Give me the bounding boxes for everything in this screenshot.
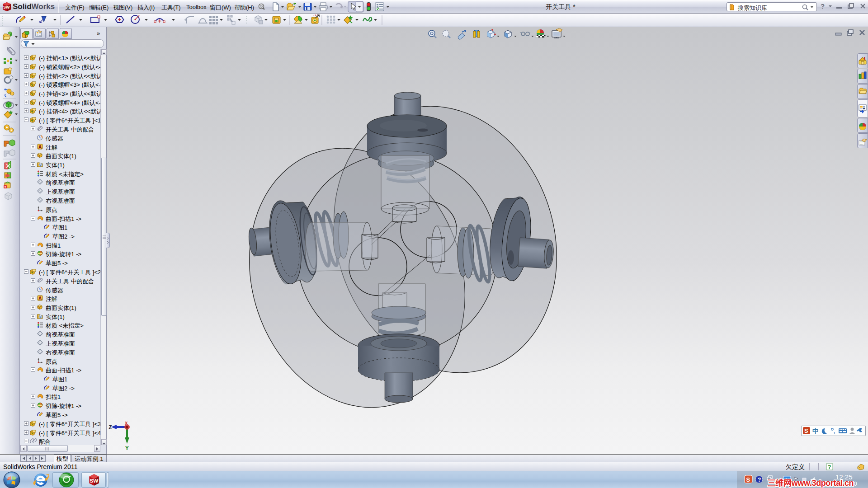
- svg-text:Z: Z: [108, 424, 112, 431]
- svg-text:SW: SW: [90, 478, 98, 483]
- svg-text:S: S: [804, 427, 808, 434]
- svg-text:Y: Y: [125, 445, 129, 452]
- svg-text:?: ?: [758, 477, 761, 483]
- svg-text:,: ,: [834, 428, 835, 435]
- svg-text:S: S: [746, 476, 750, 483]
- svg-text:中: 中: [812, 427, 819, 435]
- svg-text:SW: SW: [3, 5, 10, 9]
- svg-text:X: X: [125, 421, 128, 426]
- svg-text:?: ?: [828, 464, 831, 470]
